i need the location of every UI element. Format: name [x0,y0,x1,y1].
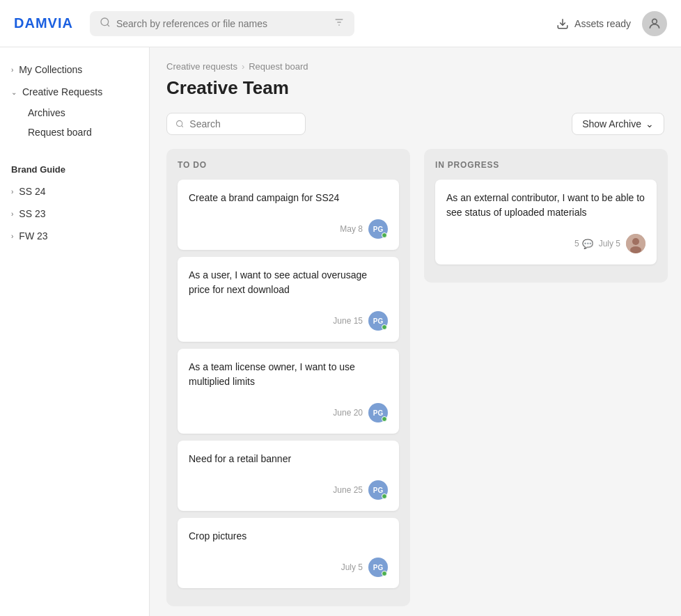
kanban-board: TO DO Create a brand campaign for SS24 M… [166,149,664,606]
assets-ready-label: Assets ready [574,18,631,29]
svg-point-8 [632,238,639,245]
card-footer-2: June 15 PG [189,311,388,331]
card-avatar-2: PG [368,311,388,331]
kanban-card-2[interactable]: As a user, I want to see actual overusag… [178,257,399,342]
card-title-6: As an external contributor, I want to be… [446,191,645,220]
card-avatar-3: PG [368,403,388,422]
card-date-3: June 20 [333,408,363,418]
chevron-right-ss24-icon: › [11,188,13,196]
card-title-3: As a team license owner, I want to use m… [189,360,388,389]
chevron-right-ss23-icon: › [11,210,13,218]
card-avatar-1: PG [368,219,388,239]
board-search-bar[interactable] [166,113,306,135]
sidebar-item-fw23[interactable]: › FW 23 [0,225,149,247]
user-avatar[interactable] [642,11,667,36]
col-header-inprogress: IN PROGRESS [435,160,657,170]
svg-point-5 [652,19,657,24]
kanban-col-todo: TO DO Create a brand campaign for SS24 M… [166,149,410,606]
kanban-card-1[interactable]: Create a brand campaign for SS24 May 8 P… [178,180,399,250]
logo: DAMVIA [14,15,73,31]
online-dot-5 [382,571,387,576]
card-title-2: As a user, I want to see actual overusag… [189,268,388,297]
card-title-1: Create a brand campaign for SS24 [189,191,388,205]
sidebar-item-request-board[interactable]: Request board [0,123,149,142]
comment-icon-6: 💬 [582,239,593,249]
svg-point-9 [630,246,641,253]
toolbar: Show Archive ⌄ [166,113,664,135]
search-icon [100,17,111,31]
sidebar-brand-guide-label: Brand Guide [0,153,149,180]
search-input[interactable] [116,18,322,29]
search-bar[interactable] [90,11,354,36]
comment-count-6: 5 💬 [574,239,593,249]
online-dot-3 [382,416,387,422]
card-date-6: July 5 [599,239,620,248]
main-content: Creative requests › Request board Creati… [150,47,681,616]
card-date-4: June 25 [333,485,363,495]
breadcrumb-separator: › [242,61,244,72]
card-avatar-5: PG [368,558,388,577]
card-avatar-photo-6 [626,234,645,253]
breadcrumb-part2: Request board [249,61,308,72]
card-avatar-4: PG [368,480,388,500]
chevron-right-icon: › [11,66,13,74]
comment-count-value-6: 5 [574,239,579,248]
card-footer-6: 5 💬 July 5 [446,234,645,253]
card-date-5: July 5 [341,562,363,572]
sidebar-label-my-collections: My Collections [19,64,82,75]
chevron-right-fw23-icon: › [11,232,13,240]
kanban-card-5[interactable]: Crop pictures July 5 PG [178,518,399,588]
kanban-card-4[interactable]: Need for a retail banner June 25 PG [178,441,399,511]
sidebar-item-creative-requests[interactable]: ⌄ Creative Requests [0,81,149,103]
kanban-col-inprogress: IN PROGRESS As an external contributor, … [424,149,668,283]
card-footer-5: July 5 PG [189,558,388,577]
sidebar-item-archives[interactable]: Archives [0,103,149,123]
chevron-down-archive-icon: ⌄ [645,118,654,129]
breadcrumb: Creative requests › Request board [166,61,664,72]
filter-icon[interactable] [334,17,345,31]
header: DAMVIA Assets ready [0,0,681,47]
sidebar-item-ss23[interactable]: › SS 23 [0,203,149,225]
card-footer-3: June 20 PG [189,403,388,422]
card-title-4: Need for a retail banner [189,452,388,466]
online-dot-2 [382,324,387,330]
show-archive-button[interactable]: Show Archive ⌄ [572,113,664,135]
chevron-down-icon: ⌄ [11,88,17,96]
kanban-card-3[interactable]: As a team license owner, I want to use m… [178,349,399,434]
sidebar-label-creative-requests: Creative Requests [22,86,102,97]
online-dot-4 [382,493,387,499]
col-header-todo: TO DO [178,160,399,170]
card-footer-1: May 8 PG [189,219,388,239]
page-title: Creative Team [166,77,664,99]
board-search-input[interactable] [189,118,297,129]
card-footer-4: June 25 PG [189,480,388,500]
sidebar: › My Collections ⌄ Creative Requests Arc… [0,47,150,616]
card-date-1: May 8 [340,224,363,234]
card-title-5: Crop pictures [189,529,388,544]
kanban-card-6[interactable]: As an external contributor, I want to be… [435,180,657,264]
header-right: Assets ready [556,11,667,36]
svg-point-0 [101,18,109,26]
breadcrumb-part1[interactable]: Creative requests [166,61,237,72]
sidebar-item-ss24[interactable]: › SS 24 [0,180,149,203]
assets-ready-button[interactable]: Assets ready [556,17,631,30]
svg-point-6 [177,120,182,126]
online-dot-1 [382,232,387,238]
sidebar-item-my-collections[interactable]: › My Collections [0,58,149,81]
card-date-2: June 15 [333,316,363,326]
